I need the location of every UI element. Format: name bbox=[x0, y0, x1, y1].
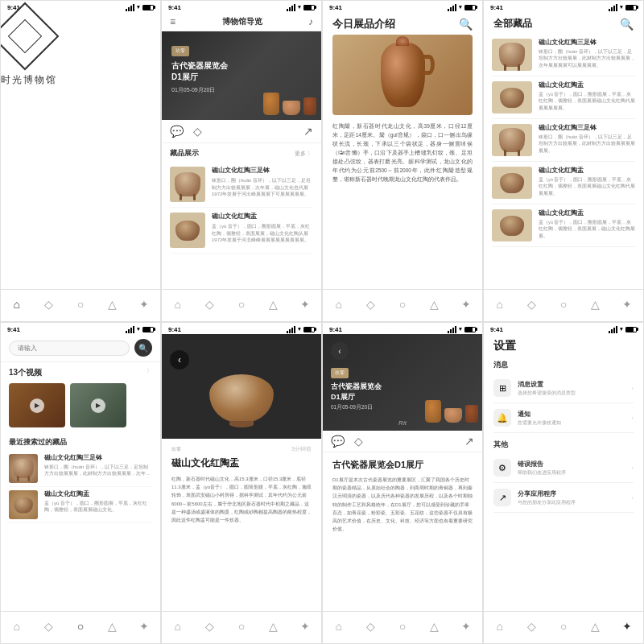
settings-error-report[interactable]: ⚙ 错误报告 帮助我们改进应用程序 › bbox=[493, 453, 634, 483]
search-input[interactable] bbox=[9, 341, 130, 356]
wifi-s2: ▾ bbox=[298, 4, 301, 10]
wifi-s6: ▾ bbox=[298, 326, 301, 332]
share-icon[interactable]: ↗ bbox=[303, 125, 313, 138]
nav-bookmark-s8[interactable]: ◇ bbox=[516, 620, 548, 633]
collection-item-1[interactable]: 磁山文化红陶三足钵 钵形口，圈（huán 音环），以下以三足，足坦制方方出较展展… bbox=[492, 34, 635, 76]
nav-bell-s3[interactable]: △ bbox=[419, 298, 451, 311]
nav-bookmark-s3[interactable]: ◇ bbox=[355, 298, 387, 311]
nav-bell-s6[interactable]: △ bbox=[258, 620, 290, 633]
bookmark-icon-s3: ◇ bbox=[366, 298, 375, 311]
audio-icon-s2[interactable]: ♪ bbox=[308, 16, 313, 27]
nav-search-s2[interactable]: ○ bbox=[225, 298, 258, 311]
rit-label: Rit bbox=[398, 419, 407, 427]
recent-item-1[interactable]: 磁山文化红陶三足钵 钵形口，圈（huán 音环），以下以三足，足坦制方方出较展展… bbox=[9, 451, 152, 487]
settings-share-app[interactable]: ↗ 分享应用程序 与您的朋友分享此应用程序 › bbox=[493, 483, 634, 513]
nav-home-s5[interactable]: ⌂ bbox=[1, 620, 33, 633]
nav-bell[interactable]: △ bbox=[97, 298, 129, 311]
chevron-message: › bbox=[631, 385, 634, 392]
collection-item-3[interactable]: 磁山文化红陶三足钵 钵形口，圈（huán 音环），以下以三足，足坦制方方出较展展… bbox=[492, 119, 635, 162]
save-icon-s7[interactable]: ◇ bbox=[354, 435, 363, 448]
settings-error-title: 错误报告 bbox=[518, 460, 625, 469]
nav-bookmark-s4[interactable]: ◇ bbox=[516, 298, 548, 311]
nav-bell-s8[interactable]: △ bbox=[580, 620, 612, 633]
comment-icon[interactable]: 💬 bbox=[170, 125, 184, 138]
nav-bookmark-s6[interactable]: ◇ bbox=[194, 620, 226, 633]
vessel-sm-5 bbox=[500, 216, 524, 236]
artifact-item-1[interactable]: 磁山文化红陶三足钵 钵形口，圈（huán 音环），以下以三足，足坦制方方出较展展… bbox=[170, 162, 313, 208]
section-more[interactable]: 更多 〉 bbox=[295, 150, 313, 158]
nav-bell-s2[interactable]: △ bbox=[258, 298, 290, 311]
settings-icon-s8: ✦ bbox=[622, 620, 632, 633]
nav-bell-s5[interactable]: △ bbox=[97, 620, 129, 633]
settings-message-title: 消息设置 bbox=[518, 380, 625, 389]
nav-home[interactable]: ⌂ bbox=[1, 298, 33, 311]
guide-title: 博物馆导览 bbox=[222, 16, 262, 27]
nav-bell-s4[interactable]: △ bbox=[580, 298, 612, 311]
comment-icon-s7[interactable]: 💬 bbox=[331, 435, 345, 448]
exhibit-banner: 玖零 古代瓷器展览会D1展厅 01月05-09月20日 bbox=[162, 31, 321, 120]
artifact-image bbox=[332, 35, 473, 115]
settings-notification[interactable]: 🔔 通知 您需要允许接收通知 › bbox=[493, 403, 634, 433]
nav-home-s4[interactable]: ⌂ bbox=[484, 298, 516, 311]
collection-item-4[interactable]: 磁山文化红陶盂 盂（yú 音于），圆口，圈形圆展，平底，灰红红陶，偶整轻，表面展… bbox=[492, 162, 635, 204]
nav-search-s4[interactable]: ○ bbox=[547, 298, 580, 311]
nav-settings-s6[interactable]: ✦ bbox=[289, 620, 321, 633]
nav-settings-s4[interactable]: ✦ bbox=[611, 298, 643, 311]
nav-home-s3[interactable]: ⌂ bbox=[323, 298, 355, 311]
nav-search-s3[interactable]: ○ bbox=[386, 298, 419, 311]
settings-message[interactable]: ⊞ 消息设置 选择您希望接受的消息类型 › bbox=[493, 374, 634, 403]
nav-home-s2[interactable]: ⌂ bbox=[162, 298, 194, 311]
menu-icon-s2[interactable]: ≡ bbox=[170, 16, 175, 27]
time-s3: 9:41 bbox=[329, 4, 342, 11]
nav-bookmark-s7[interactable]: ◇ bbox=[355, 620, 387, 633]
tripod-img-1 bbox=[175, 172, 200, 196]
search-icon-s2: ○ bbox=[238, 298, 245, 311]
nav-bell-s7[interactable]: △ bbox=[419, 620, 451, 633]
play-button-1[interactable]: ▶ bbox=[30, 398, 44, 413]
nav-settings-s7[interactable]: ✦ bbox=[450, 620, 482, 633]
bottom-nav-s6: ⌂ ◇ ○ △ ✦ bbox=[162, 611, 321, 643]
nav-search-s6[interactable]: ○ bbox=[225, 620, 258, 633]
save-icon[interactable]: ◇ bbox=[193, 125, 202, 138]
nav-bookmark-s5[interactable]: ◇ bbox=[33, 620, 65, 633]
back-button-s7[interactable]: ‹ bbox=[331, 342, 349, 360]
nav-search-s8[interactable]: ○ bbox=[547, 620, 580, 633]
videos-more[interactable]: 〉 bbox=[147, 367, 152, 378]
collection-item-2[interactable]: 磁山文化红陶盂 盂（yú 音于），圆口，圈形圆展，平底，灰红红陶，偶整轻，表面展… bbox=[492, 76, 635, 119]
nav-home-s6[interactable]: ⌂ bbox=[162, 620, 194, 633]
hall-desc: D1展厅是本次古代瓷器展览的重要展区，汇聚了我国各个历史时期的瓷器精品，从原始社… bbox=[332, 476, 473, 533]
video-thumb-1[interactable]: ▶ bbox=[9, 383, 65, 427]
artifact-info-1: 磁山文化红陶三足钵 钵形口，圈（huán 音环），以下以三足，足坦制方方出较展展… bbox=[212, 167, 313, 202]
search-icon-s3[interactable]: 🔍 bbox=[459, 18, 473, 31]
back-button-s6[interactable]: ‹ bbox=[170, 350, 189, 369]
bookmark-icon-s5: ◇ bbox=[44, 620, 53, 633]
nav-bookmark[interactable]: ◇ bbox=[33, 298, 65, 311]
video-thumb-2[interactable]: ▶ bbox=[70, 383, 126, 427]
nav-search-s5[interactable]: ○ bbox=[64, 620, 97, 633]
search-btn-icon: 🔍 bbox=[138, 344, 148, 353]
nav-bookmark-s2[interactable]: ◇ bbox=[194, 298, 226, 311]
search-icon-s4[interactable]: 🔍 bbox=[620, 18, 634, 31]
recent-name-2: 磁山文化红陶盂 bbox=[44, 490, 152, 498]
recent-item-2[interactable]: 磁山文化红陶盂 盂（yú 音于），圆口，圈形圆展，平底，灰红红陶，偶整轻，表面展… bbox=[9, 487, 152, 523]
nav-search[interactable]: ○ bbox=[64, 298, 97, 311]
play-button-2[interactable]: ▶ bbox=[91, 398, 105, 413]
nav-search-s7[interactable]: ○ bbox=[386, 620, 419, 633]
chevron-error: › bbox=[631, 464, 634, 472]
nav-settings-s3[interactable]: ✦ bbox=[450, 298, 482, 311]
search-bar: 🔍 bbox=[1, 334, 160, 362]
artifact-name-1: 磁山文化红陶三足钵 bbox=[212, 167, 313, 175]
nav-home-s8[interactable]: ⌂ bbox=[484, 620, 516, 633]
artifact-item-2[interactable]: 磁山文化红陶盂 盂（yú 音于），圆口，圈形圆展，平底，灰红红陶，偶整轻，表面展… bbox=[170, 208, 313, 254]
nav-settings-s8[interactable]: ✦ bbox=[611, 620, 643, 633]
collection-name-1: 磁山文化红陶三足钵 bbox=[539, 39, 635, 47]
nav-home-s7[interactable]: ⌂ bbox=[323, 620, 355, 633]
share-icon-s7[interactable]: ↗ bbox=[464, 435, 474, 448]
nav-settings[interactable]: ✦ bbox=[128, 298, 160, 311]
nav-settings-s2[interactable]: ✦ bbox=[289, 298, 321, 311]
nav-settings-s5[interactable]: ✦ bbox=[128, 620, 160, 633]
search-button[interactable]: 🔍 bbox=[134, 339, 152, 357]
collection-item-5[interactable]: 磁山文化红陶盂 盂（yú 音于），圆口，圈形圆展，平底，灰红红陶，偶整轻，表面展… bbox=[492, 204, 635, 247]
s3-page-title: 今日展品介绍 bbox=[332, 17, 395, 31]
home-icon-s3: ⌂ bbox=[336, 298, 342, 311]
